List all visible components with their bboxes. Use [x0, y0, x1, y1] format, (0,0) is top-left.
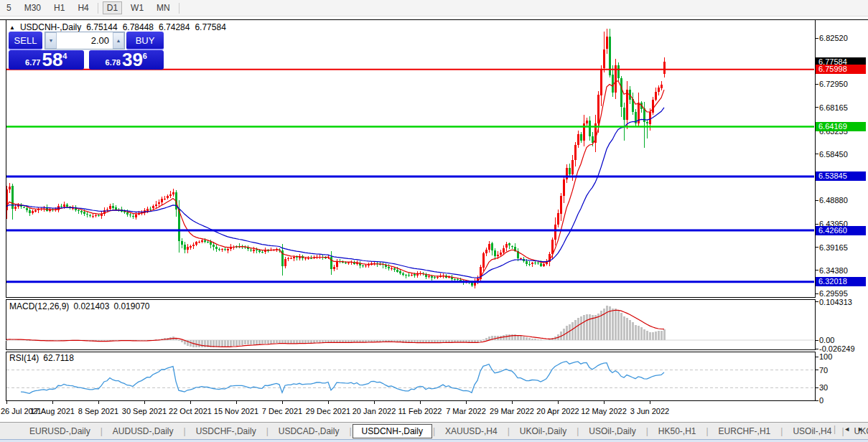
macd-bar — [508, 334, 510, 340]
macd-bar — [505, 334, 508, 340]
candle-body — [646, 122, 648, 123]
chart-tab-ukoil[interactable]: UKOil-,Daily — [510, 424, 576, 438]
chart-tab-usdcnh[interactable]: USDCNH-,Daily — [353, 424, 432, 438]
chart-tab-audusd[interactable]: AUDUSD-,Daily — [103, 424, 183, 438]
rsi-panel-frame — [6, 352, 816, 401]
collapse-arrow-icon[interactable]: ▲ — [9, 24, 15, 31]
macd-bar — [6, 340, 8, 341]
chart-tab-eurchf[interactable]: EURCHF-,H1 — [709, 424, 780, 438]
buy-price-display[interactable]: 6.78396 — [89, 50, 164, 70]
candle-body — [623, 108, 625, 121]
candle-body — [26, 208, 28, 210]
candle-body — [304, 258, 307, 259]
date-label: 12 May 2022 — [581, 407, 627, 415]
date-label: 8 Sep 2021 — [78, 407, 118, 415]
candle-body — [155, 204, 157, 207]
tab-separator: | — [577, 426, 579, 436]
candle-body — [37, 210, 39, 210]
high-value: 6.78448 — [123, 22, 154, 32]
macd-bar — [279, 340, 281, 343]
chart-tab-usoil[interactable]: USOil-,Daily — [579, 424, 645, 438]
candle-body — [557, 213, 559, 225]
price-badge: 6.32018 — [816, 277, 866, 286]
candle-body — [365, 265, 367, 266]
candle-body — [227, 249, 229, 250]
macd-bar — [594, 315, 597, 340]
macd-bar — [569, 324, 571, 340]
chart-symbol-title: ▲ USDCNH-,Daily 6.75144 6.78448 6.74284 … — [9, 22, 226, 32]
candle-body — [437, 277, 439, 278]
volume-increase-button[interactable]: ▲ — [113, 32, 124, 49]
candle-body — [405, 275, 407, 276]
candle-body — [416, 274, 419, 276]
candle-body — [560, 196, 562, 214]
macd-bar — [221, 340, 223, 347]
macd-bar — [347, 340, 350, 342]
rsi-indicator-header: RSI(14) 62.7118 — [9, 353, 74, 363]
macd-bar — [528, 338, 531, 340]
macd-bar — [244, 340, 246, 344]
sell-price-prefix: 6.77 — [25, 58, 40, 67]
candle-body — [399, 271, 401, 273]
chart-tab-hk50[interactable]: HK50-,H1 — [649, 424, 706, 438]
symbol-period-label: USDCNH-,Daily — [20, 22, 81, 32]
chart-tab-usdcad[interactable]: USDCAD-,Daily — [269, 424, 349, 438]
candle-body — [207, 242, 209, 243]
macd-bar — [307, 340, 309, 343]
price-badge: 6.53845 — [816, 171, 866, 181]
tab-scroll-left-button[interactable]: ◄ — [844, 425, 850, 433]
macd-bar — [640, 327, 643, 340]
candle-body — [192, 245, 195, 247]
candle-body — [9, 187, 11, 190]
macd-bar — [293, 340, 295, 344]
macd-bar — [442, 340, 444, 342]
macd-bar — [658, 331, 660, 340]
candle-body — [603, 50, 605, 69]
candle-body — [531, 263, 533, 264]
macd-bar — [649, 332, 651, 340]
tab-scroll-right-button[interactable]: ► — [857, 425, 864, 433]
chart-tab-eurusd[interactable]: EURUSD-,Daily — [20, 424, 100, 438]
sell-button[interactable]: SELL — [9, 32, 42, 50]
candle-body — [167, 196, 169, 198]
chart-tab-usdchf[interactable]: USDCHF-,Daily — [187, 424, 266, 438]
candle-body — [247, 248, 249, 249]
macd-bar — [635, 325, 637, 340]
candle-body — [580, 134, 582, 141]
macd-bar — [571, 322, 574, 340]
macd-bar — [256, 340, 258, 344]
volume-decrease-button[interactable]: ▼ — [45, 32, 57, 49]
macd-bar — [322, 340, 324, 342]
date-label: 20 Jan 2022 — [353, 407, 396, 415]
candle-body — [172, 192, 174, 194]
candle-body — [135, 215, 137, 217]
candle-body — [213, 245, 215, 247]
candle-body — [540, 263, 542, 266]
macd-bar — [350, 340, 353, 342]
macd-bar — [615, 309, 617, 340]
price-tick-label: 6.34380 — [819, 266, 848, 276]
chart-tab-xauusd[interactable]: XAUUSD-,H4 — [436, 424, 507, 438]
macd-bar — [626, 318, 628, 340]
macd-main-value: 0.021403 — [73, 301, 109, 311]
tab-separator: | — [349, 426, 351, 436]
macd-bar — [230, 340, 232, 347]
candle-body — [554, 225, 556, 239]
macd-bar — [629, 320, 631, 340]
candle-body — [190, 246, 192, 248]
volume-input[interactable] — [57, 32, 113, 49]
buy-button[interactable]: BUY — [126, 32, 164, 50]
candle-body — [569, 168, 571, 174]
macd-bar — [233, 340, 235, 346]
macd-bar — [580, 316, 582, 340]
date-label: 29 Mar 2022 — [490, 407, 534, 415]
sell-price-display[interactable]: 6.77584 — [9, 50, 84, 70]
candle-body — [491, 243, 493, 250]
macd-bar — [511, 334, 513, 340]
candle-body — [574, 145, 577, 160]
macd-bar — [646, 331, 648, 340]
macd-bar — [218, 340, 220, 347]
candle-body — [414, 274, 416, 275]
candle-body — [158, 202, 160, 204]
macd-bar — [181, 340, 183, 342]
